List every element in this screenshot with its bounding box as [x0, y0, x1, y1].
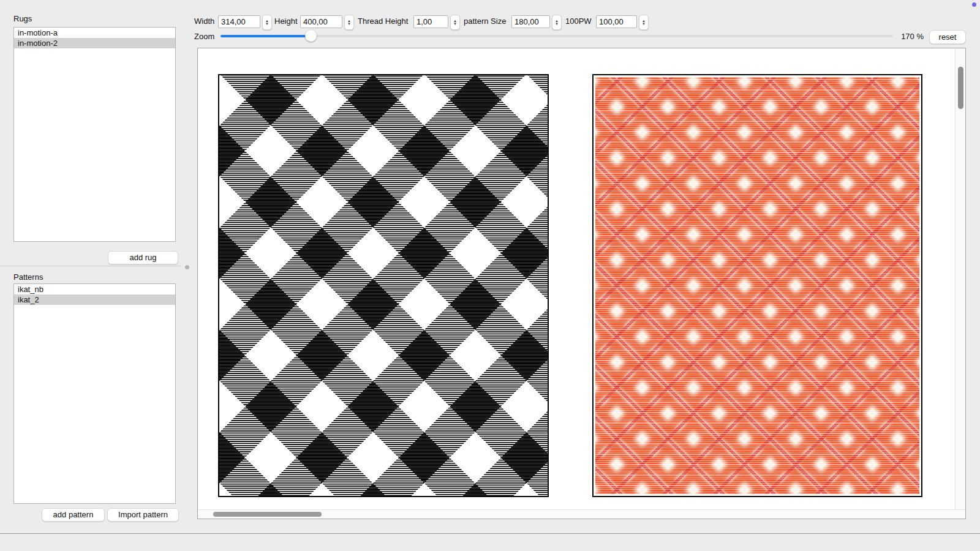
patterns-list-item-selected[interactable]: ikat_2	[14, 294, 175, 305]
add-rug-button[interactable]: add rug	[108, 251, 178, 264]
rug-pattern-ikat-orange	[595, 77, 919, 494]
pw100-field[interactable]	[596, 15, 637, 28]
thread-height-field[interactable]	[413, 15, 448, 28]
rugs-list-item[interactable]: in-motion-a	[14, 28, 175, 38]
patterns-list[interactable]: ikat_nb ikat_2	[13, 283, 176, 504]
thread-height-label: Thread Height	[358, 15, 408, 28]
vertical-scrollbar-track[interactable]	[955, 48, 965, 519]
zoom-percent: 170 %	[895, 31, 924, 43]
sidebar-separator	[0, 266, 181, 266]
stepper-down-icon[interactable]: ▼	[453, 23, 457, 26]
patterns-list-item[interactable]: ikat_nb	[14, 284, 175, 294]
width-stepper[interactable]: ▲▼	[262, 15, 272, 30]
rug-pattern-black-white	[219, 75, 548, 496]
rug-preview-black-white[interactable]	[218, 74, 549, 497]
rugs-list-item-selected[interactable]: in-motion-2	[14, 38, 175, 48]
rug-canvas[interactable]	[197, 48, 966, 519]
window-bottom-divider	[0, 533, 980, 534]
width-field[interactable]	[218, 15, 260, 28]
pw100-stepper[interactable]: ▲▼	[639, 15, 649, 30]
zoom-slider-thumb[interactable]	[305, 30, 317, 42]
zoom-slider-fill	[221, 35, 311, 37]
recording-indicator-dot	[972, 2, 976, 7]
stepper-down-icon[interactable]: ▼	[555, 23, 559, 26]
pattern-size-stepper[interactable]: ▲▼	[552, 15, 562, 30]
pattern-size-field[interactable]	[511, 15, 550, 28]
rugs-list[interactable]: in-motion-a in-motion-2	[13, 27, 176, 242]
height-field[interactable]	[300, 15, 342, 28]
rug-preview-ikat-orange[interactable]	[592, 74, 922, 497]
patterns-section-title: Patterns	[13, 271, 43, 283]
height-label: Height	[274, 15, 298, 28]
zoom-slider[interactable]	[221, 35, 893, 37]
thread-height-stepper[interactable]: ▲▼	[450, 15, 460, 30]
zoom-label: Zoom	[194, 31, 214, 43]
import-pattern-button[interactable]: Import pattern	[107, 508, 179, 522]
vertical-scrollbar-thumb[interactable]	[958, 67, 963, 109]
rugs-section-title: Rugs	[13, 13, 32, 25]
stepper-down-icon[interactable]: ▼	[347, 23, 351, 26]
pattern-size-label: pattern Size	[464, 15, 506, 28]
pw100-label: 100PW	[565, 15, 592, 28]
zoom-reset-button[interactable]: reset	[929, 30, 966, 44]
stepper-down-icon[interactable]: ▼	[642, 23, 646, 26]
horizontal-scrollbar-track[interactable]	[198, 509, 965, 519]
horizontal-scrollbar-thumb[interactable]	[213, 512, 322, 517]
width-label: Width	[194, 15, 214, 28]
height-stepper[interactable]: ▲▼	[344, 15, 354, 30]
pane-splitter-handle[interactable]	[185, 265, 189, 269]
stepper-down-icon[interactable]: ▼	[265, 23, 269, 26]
add-pattern-button[interactable]: add pattern	[42, 508, 105, 522]
